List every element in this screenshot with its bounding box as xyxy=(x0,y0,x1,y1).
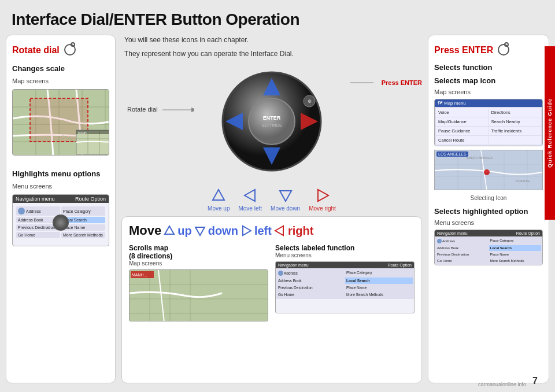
menu-cell-pauseguidance: Pause Guidance xyxy=(436,127,489,135)
enter-icon xyxy=(497,42,510,58)
selects-map-icon-label: Selects map icon xyxy=(434,76,543,85)
selects-highlighted-label: Selects highlighted option xyxy=(434,207,543,216)
selects-function-label: Selects function xyxy=(434,63,543,72)
svg-text:PUENTE: PUENTE xyxy=(516,179,530,183)
move-right-group: Move right xyxy=(309,187,336,212)
map-menu-mockup: 🗺 Map menu Voice Directions Map/Guidance… xyxy=(434,99,543,146)
instruction-line2: They represent how you can operate the I… xyxy=(124,49,419,59)
nav-menu-bar: Navigation menu Route Option xyxy=(13,195,109,203)
svg-marker-37 xyxy=(243,226,251,235)
page-title: Interface Dial/ENTER Button Operation xyxy=(0,0,555,35)
nav-menu-image: Navigation menu Route Option Address Pla… xyxy=(12,194,109,246)
move-down-label: Move down xyxy=(271,205,300,212)
move-right-label: Move right xyxy=(309,205,336,212)
nav-item: Go Home xyxy=(16,232,60,238)
highlights-menu-label: Highlights menu options xyxy=(12,169,109,178)
menu-cell-mapguidance: Map/Guidance xyxy=(436,117,489,126)
selects-labeled-sub: Menu screens xyxy=(275,252,415,258)
svg-point-1 xyxy=(71,43,75,46)
scrolls-map-col: Scrolls map (8 directions) Map screens xyxy=(129,244,268,321)
svg-text:ENTER: ENTER xyxy=(263,115,281,121)
changes-scale-label: Changes scale xyxy=(12,64,109,73)
press-enter-title: Press ENTER xyxy=(434,42,543,58)
menu-cell-empty xyxy=(489,136,542,145)
dial-svg: ENTER SETTINGS ⚙ xyxy=(208,64,335,179)
svg-text:⚙: ⚙ xyxy=(308,99,312,104)
mini-map: MANH... xyxy=(129,269,268,321)
highlights-menu-sub: Menu screens xyxy=(12,183,109,190)
move-up-group: Move up xyxy=(208,187,230,212)
rotate-dial-icon xyxy=(63,42,77,58)
left-panel: Rotate dial Changes scale Map screens xyxy=(6,35,116,383)
selects-labeled-label: Selects labeled function xyxy=(275,244,415,252)
svg-point-49 xyxy=(505,43,508,46)
rotate-dial-callout: Rotate dial xyxy=(127,104,194,116)
side-tab: Quick Reference Guide xyxy=(545,46,555,220)
press-enter-callout: Press ENTER xyxy=(350,78,422,87)
svg-marker-33 xyxy=(280,191,291,201)
press-enter-label: Press ENTER xyxy=(434,45,493,56)
la-label: LOS ANGELES xyxy=(436,151,468,157)
mini-nav-menu: Navigation menuRoute Option Address Plac… xyxy=(275,261,415,313)
up-icon xyxy=(210,187,227,204)
left-icon xyxy=(242,187,259,204)
svg-marker-36 xyxy=(195,227,205,235)
map-image: MANH... xyxy=(12,89,109,156)
move-left-label: Move left xyxy=(238,205,262,212)
side-tab-text: Quick Reference Guide xyxy=(547,98,553,168)
nav-menu-mockup-bottom: Navigation menu Route Option Address Pla… xyxy=(434,230,543,265)
svg-point-57 xyxy=(484,169,490,175)
nav-item: Place Category xyxy=(61,206,105,216)
menu-screens-label: Menu screens xyxy=(434,219,543,226)
map-menu-title: Map menu xyxy=(444,101,466,106)
map-screens-label: Map screens xyxy=(434,88,543,95)
move-left-group: Move left xyxy=(238,187,262,212)
nav-item: Address xyxy=(16,206,60,216)
move-down-group: Move down xyxy=(271,187,300,212)
nav-menu-label-bottom: Navigation menu xyxy=(437,231,468,235)
center-panel: You will see these icons in each chapter… xyxy=(121,35,422,383)
directions-label: (8 directions) xyxy=(129,252,268,260)
right-icon xyxy=(314,187,331,204)
instruction-line1: You will see these icons in each chapter… xyxy=(124,35,419,45)
scrolls-map-sub: Map screens xyxy=(129,260,268,267)
move-up-label: Move up xyxy=(208,205,230,212)
menu-cell-searchnearby: Search Nearby xyxy=(489,117,542,126)
down-icon xyxy=(277,187,294,204)
la-map: LOS ANGELES SANTA MONICA PUENTE xyxy=(434,150,543,190)
instructions: You will see these icons in each chapter… xyxy=(121,35,422,59)
svg-text:SANTA MONICA: SANTA MONICA xyxy=(467,156,493,160)
page-number: 7 xyxy=(532,376,538,386)
nav-item: More Search Methods xyxy=(61,232,105,238)
right-panel: Press ENTER Selects function Selects map… xyxy=(428,35,549,383)
svg-text:SETTINGS: SETTINGS xyxy=(261,123,282,127)
selecting-icon-label: Selecting Icon xyxy=(434,194,543,202)
menu-cell-cancelroute: Cancel Route xyxy=(436,136,489,145)
svg-marker-19 xyxy=(191,108,194,112)
scrolls-map-label: Scrolls map xyxy=(129,244,268,252)
main-content: Rotate dial Changes scale Map screens xyxy=(0,35,555,389)
svg-text:MANH...: MANH... xyxy=(78,131,89,135)
direction-buttons-row: Move up Move left Move down Move right xyxy=(121,187,422,212)
svg-marker-31 xyxy=(213,190,224,200)
svg-marker-38 xyxy=(275,226,283,235)
rotate-dial-label: Rotate dial xyxy=(12,45,60,56)
svg-marker-34 xyxy=(318,190,328,201)
svg-point-25 xyxy=(249,98,295,145)
map-menu-icon: 🗺 xyxy=(438,101,442,106)
svg-text:MANH...: MANH... xyxy=(132,273,147,277)
selects-labeled-col: Selects labeled function Menu screens Na… xyxy=(275,244,415,321)
map-menu-grid: Voice Directions Map/Guidance Search Nea… xyxy=(435,107,542,146)
menu-cell-directions: Directions xyxy=(489,108,542,117)
move-panel: Move up down left right Scrolls map (8 d… xyxy=(121,216,422,383)
menu-cell-trafficincidents: Traffic Incidents xyxy=(489,127,542,135)
route-option-label: Route Option xyxy=(516,231,540,235)
map-menu-bar: 🗺 Map menu xyxy=(435,99,542,107)
svg-marker-32 xyxy=(245,190,255,201)
svg-marker-35 xyxy=(165,226,174,234)
rotate-dial-section: Rotate dial xyxy=(12,42,109,58)
watermark: carmanualonline.info xyxy=(478,382,526,387)
move-title: Move up down left right xyxy=(129,223,415,239)
changes-scale-sub: Map screens xyxy=(12,77,109,84)
nav-dial-center xyxy=(53,215,69,231)
